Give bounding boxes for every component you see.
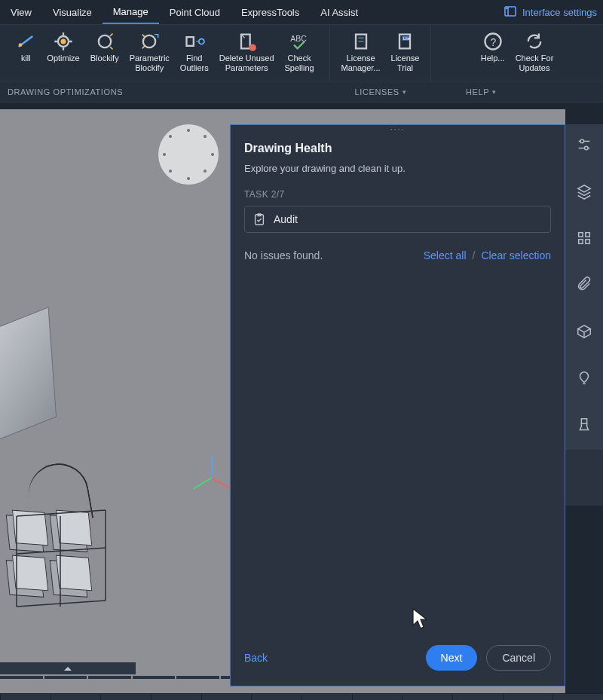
svg-rect-35	[586, 240, 590, 244]
task-counter: TASK 2/7	[244, 189, 551, 200]
chevron-down-icon: ▾	[492, 88, 497, 96]
tab-ai-assist[interactable]: AI Assist	[310, 0, 369, 24]
ribbon: kill Optimize Blockify Parametric Blocki…	[0, 24, 603, 81]
svg-rect-33	[586, 233, 590, 237]
license-trial-icon: Lite	[394, 31, 415, 52]
tab-visualize[interactable]: Visualize	[42, 0, 103, 24]
svg-point-11	[249, 44, 256, 51]
tab-manage[interactable]: Manage	[103, 0, 159, 24]
balloon-icon[interactable]	[571, 365, 597, 391]
tab-point-cloud[interactable]: Point Cloud	[159, 0, 231, 24]
layers-icon[interactable]	[571, 179, 597, 204]
main-area: ···· Drawing Health Explore your drawing…	[0, 109, 603, 693]
ribbon-optimize[interactable]: Optimize	[42, 29, 84, 76]
find-outliers-icon	[184, 31, 205, 52]
interface-settings-label: Interface settings	[522, 7, 597, 18]
layout-tab-toggle[interactable]	[0, 662, 136, 674]
brush-icon[interactable]	[571, 412, 597, 438]
right-tool-rail	[565, 124, 603, 450]
parametric-blockify-icon	[139, 31, 160, 52]
ribbon-overkill[interactable]: kill	[11, 29, 41, 76]
ribbon-check-spelling[interactable]: ABC Check Spelling	[280, 29, 319, 76]
drawing-health-panel: ···· Drawing Health Explore your drawing…	[230, 124, 565, 686]
help-icon: ?	[482, 31, 504, 52]
ribbon-blockify[interactable]: Blockify	[86, 29, 124, 76]
svg-point-3	[19, 43, 23, 47]
clipboard-check-icon	[253, 212, 266, 226]
ribbon-parametric-blockify[interactable]: Parametric Blockify	[125, 29, 174, 76]
status-bar	[0, 693, 603, 700]
svg-line-25	[212, 478, 231, 489]
interface-settings-button[interactable]: Interface settings	[504, 0, 597, 24]
svg-point-6	[99, 35, 111, 47]
group-title-help[interactable]: HELP▾	[431, 81, 603, 102]
view-cube-compass[interactable]	[158, 124, 219, 185]
no-issues-text: No issues found.	[244, 249, 323, 261]
panel-title: Drawing Health	[244, 142, 551, 155]
ribbon-find-outliers[interactable]: Find Outliers	[176, 29, 213, 76]
separator: /	[473, 249, 476, 261]
settings-sliders-icon[interactable]	[571, 132, 597, 157]
overkill-icon	[15, 31, 36, 52]
clear-selection-link[interactable]: Clear selection	[481, 249, 551, 261]
svg-point-7	[143, 35, 155, 47]
back-button[interactable]: Back	[244, 652, 268, 664]
tab-expresstools[interactable]: ExpressTools	[231, 0, 310, 24]
model-fragment	[0, 307, 57, 447]
triangle-up-icon	[64, 667, 72, 671]
svg-text:?: ?	[490, 36, 496, 48]
delete-unused-icon	[236, 31, 257, 52]
group-title-licenses[interactable]: LICENSES▾	[330, 81, 431, 102]
optimize-icon	[53, 31, 74, 52]
svg-line-23	[17, 548, 106, 554]
blockify-icon	[94, 31, 115, 52]
ribbon-group-titles: DRAWING OPTIMIZATIONS LICENSES▾ HELP▾	[0, 81, 603, 102]
ribbon-check-updates[interactable]: Check For Updates	[511, 29, 559, 76]
svg-point-30	[580, 139, 584, 143]
svg-point-10	[199, 39, 204, 44]
svg-text:Lite: Lite	[403, 36, 410, 41]
ribbon-help[interactable]: ? Help...	[476, 29, 510, 76]
svg-rect-32	[579, 233, 583, 237]
grid-icon[interactable]	[571, 225, 597, 251]
panel-subtitle: Explore your drawing and clean it up.	[244, 163, 551, 174]
svg-line-26	[193, 478, 212, 489]
tab-view[interactable]: View	[0, 0, 42, 24]
svg-rect-8	[186, 37, 193, 46]
svg-rect-2	[506, 8, 507, 9]
ribbon-license-manager[interactable]: License Manager...	[337, 29, 385, 76]
next-button[interactable]: Next	[426, 645, 478, 671]
ribbon-delete-unused-parameters[interactable]: Delete Unused Parameters	[215, 29, 279, 76]
check-spelling-icon: ABC	[289, 31, 310, 52]
svg-point-5	[61, 39, 66, 44]
svg-line-22	[17, 601, 106, 607]
panel-icon	[504, 5, 516, 20]
svg-point-31	[584, 146, 588, 150]
task-label: Audit	[274, 213, 298, 225]
svg-rect-36	[581, 419, 586, 423]
cube-edit-icon[interactable]	[571, 319, 597, 344]
check-updates-icon	[524, 31, 545, 52]
chevron-down-icon: ▾	[403, 88, 407, 96]
cancel-button[interactable]: Cancel	[486, 645, 551, 671]
attachment-icon[interactable]	[571, 272, 597, 298]
main-tabs: View Visualize Manage Point Cloud Expres…	[0, 0, 603, 24]
right-tool-rail-lower	[565, 450, 603, 506]
task-row-audit[interactable]: Audit	[244, 206, 551, 233]
model-frame	[8, 463, 128, 614]
svg-rect-34	[579, 240, 583, 244]
group-title-drawing-opt: DRAWING OPTIMIZATIONS	[0, 81, 330, 102]
svg-line-24	[17, 510, 106, 516]
ribbon-license-trial[interactable]: Lite License Trial	[387, 29, 424, 76]
license-manager-icon	[350, 31, 372, 52]
panel-drag-handle[interactable]: ····	[231, 125, 565, 133]
select-all-link[interactable]: Select all	[424, 249, 467, 261]
